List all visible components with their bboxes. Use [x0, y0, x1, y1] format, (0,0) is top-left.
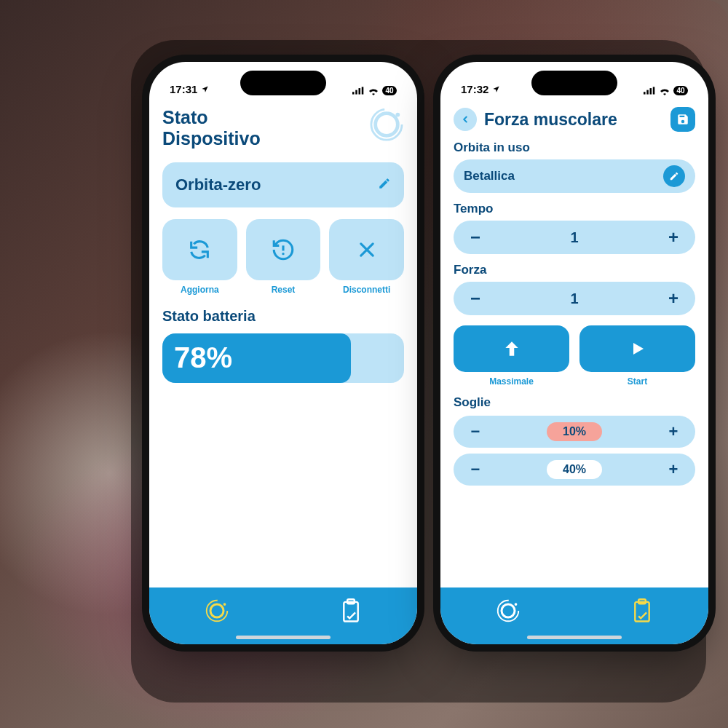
phone-notch [240, 71, 326, 95]
forza-stepper: − 1 + [454, 282, 695, 315]
page-title: Forza muscolare [484, 110, 663, 130]
clipboard-icon [339, 598, 363, 623]
cellular-icon [644, 87, 656, 95]
wifi-icon [659, 87, 670, 95]
threshold1-decrement[interactable]: − [467, 422, 484, 441]
wifi-icon [368, 87, 379, 95]
thresholds-label: Soglie [454, 395, 695, 410]
threshold1-increment[interactable]: + [665, 422, 682, 441]
svg-rect-23 [635, 602, 649, 622]
arrow-up-icon [502, 338, 521, 360]
svg-rect-2 [359, 88, 361, 95]
threshold2-increment[interactable]: + [665, 460, 682, 479]
svg-point-11 [210, 604, 223, 617]
svg-rect-0 [352, 92, 355, 94]
threshold2-value: 40% [547, 460, 602, 479]
svg-point-20 [502, 604, 515, 617]
status-time: 17:32 [461, 83, 488, 95]
device-status-screen: 17:31 40 Stato Dispositivo Orbita-zero [149, 62, 417, 644]
tab-reports[interactable] [630, 598, 654, 626]
svg-point-4 [376, 114, 398, 136]
disconnect-button[interactable] [329, 219, 404, 280]
svg-rect-14 [344, 602, 357, 622]
tempo-decrement[interactable]: − [467, 229, 484, 246]
battery-bar: 78% [162, 333, 404, 383]
svg-point-8 [282, 252, 284, 254]
svg-point-22 [515, 603, 518, 606]
orbit-in-use-label: Orbita in uso [454, 141, 695, 155]
forza-value: 1 [570, 290, 578, 307]
location-icon [201, 85, 209, 93]
orbit-icon [495, 598, 521, 624]
forza-label: Forza [454, 263, 695, 277]
maximal-button[interactable] [454, 325, 569, 372]
device-card[interactable]: Orbita-zero [162, 162, 404, 207]
start-button[interactable] [579, 325, 695, 372]
svg-rect-3 [362, 87, 364, 94]
maximal-label: Massimale [489, 376, 534, 387]
tempo-value: 1 [570, 229, 578, 246]
reset-button[interactable] [246, 219, 321, 280]
tab-device[interactable] [495, 598, 521, 627]
start-label: Start [628, 376, 647, 387]
orbit-value: Betallica [464, 169, 515, 183]
status-battery-badge: 40 [382, 86, 397, 95]
back-button[interactable] [454, 108, 477, 131]
refresh-icon [187, 237, 212, 262]
threshold-2-stepper: − 40% + [454, 454, 695, 486]
threshold2-decrement[interactable]: − [467, 460, 484, 479]
page-title: Stato Dispositivo [162, 107, 261, 149]
svg-rect-16 [644, 92, 646, 94]
edit-orbit-button[interactable] [663, 165, 685, 187]
svg-rect-19 [653, 87, 655, 94]
svg-point-6 [395, 113, 400, 117]
orbit-selector[interactable]: Betallica [454, 159, 695, 193]
svg-rect-18 [650, 88, 652, 95]
muscle-force-screen: 17:32 40 Forza muscolare Orbita in uso B… [440, 62, 708, 644]
save-icon [676, 113, 689, 126]
threshold1-value: 10% [547, 422, 602, 441]
tab-reports[interactable] [339, 598, 363, 626]
refresh-button[interactable] [162, 219, 237, 280]
pencil-icon[interactable] [378, 177, 391, 193]
play-icon [629, 339, 646, 358]
svg-point-13 [223, 603, 226, 606]
svg-rect-17 [646, 90, 649, 95]
orbit-logo-icon [369, 107, 404, 142]
svg-rect-1 [355, 90, 357, 95]
save-button[interactable] [670, 107, 695, 132]
status-time: 17:31 [170, 83, 197, 95]
close-icon [357, 240, 377, 260]
clipboard-icon [630, 598, 654, 623]
battery-percentage: 78% [174, 341, 232, 374]
phone-notch [531, 71, 617, 95]
refresh-label: Aggiorna [181, 285, 219, 295]
status-battery-badge: 40 [673, 86, 688, 95]
tab-device[interactable] [204, 598, 230, 627]
disconnect-label: Disconnetti [343, 285, 390, 295]
battery-state-label: Stato batteria [162, 308, 404, 325]
location-icon [492, 85, 500, 93]
forza-decrement[interactable]: − [467, 290, 484, 307]
pencil-icon [669, 171, 679, 181]
tempo-label: Tempo [454, 202, 695, 216]
reset-label: Reset [272, 285, 296, 295]
home-indicator[interactable] [527, 636, 622, 639]
tempo-increment[interactable]: + [665, 229, 682, 246]
reset-icon [271, 237, 296, 262]
orbit-icon [204, 598, 230, 624]
threshold-1-stepper: − 10% + [454, 416, 695, 448]
home-indicator[interactable] [236, 636, 331, 639]
chevron-left-icon [460, 114, 470, 124]
cellular-icon [352, 87, 365, 95]
forza-increment[interactable]: + [665, 290, 682, 307]
device-name: Orbita-zero [175, 175, 261, 194]
tempo-stepper: − 1 + [454, 221, 695, 254]
